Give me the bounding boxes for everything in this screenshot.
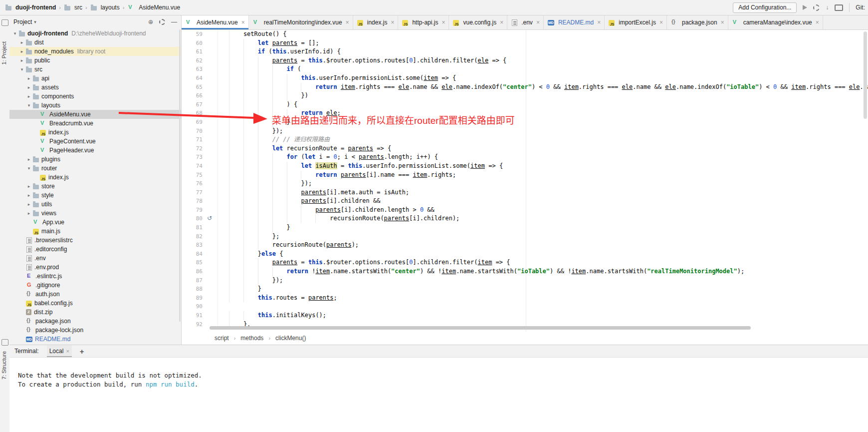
tree-item-env-prod[interactable]: .env.prod <box>9 263 181 272</box>
project-tool-icon[interactable] <box>1 19 8 26</box>
tree-item-src[interactable]: ▾src <box>9 65 181 74</box>
line-number[interactable]: 77 <box>182 188 206 197</box>
tab-importexcel-js[interactable]: importExcel.js× <box>605 15 667 29</box>
breadcrumb-item-script[interactable]: script <box>215 335 229 342</box>
line-number[interactable]: 74 <box>182 162 206 171</box>
chevron-down-icon[interactable]: ▾ <box>25 103 32 108</box>
line-number[interactable]: 66 <box>182 91 206 100</box>
chevron-right-icon[interactable]: ▸ <box>25 211 32 216</box>
line-number[interactable]: 88 <box>182 285 206 294</box>
tree-item-babel-config-js[interactable]: babel.config.js <box>9 299 181 308</box>
tab-vue-config-js[interactable]: vue.config.js× <box>449 15 507 29</box>
tree-item-router[interactable]: ▾router <box>9 164 181 173</box>
line-number[interactable]: 84 <box>182 250 206 259</box>
tree-item-dist-zip[interactable]: dist.zip <box>9 308 181 317</box>
breadcrumb-item-layouts[interactable]: layouts <box>90 4 120 11</box>
line-number[interactable]: 72 <box>182 144 206 153</box>
line-number[interactable]: 65 <box>182 83 206 92</box>
code-area[interactable]: 59setRoute() {60let parents = [];61if (t… <box>182 30 868 332</box>
line-number[interactable]: 81 <box>182 223 206 232</box>
tree-item-index-js[interactable]: index.js <box>9 173 181 182</box>
chevron-right-icon[interactable]: ▸ <box>18 58 25 63</box>
tree-item-components[interactable]: ▸components <box>9 92 181 101</box>
tab-env[interactable]: .env× <box>507 15 544 29</box>
line-number[interactable]: 62 <box>182 56 206 65</box>
tree-item-dist[interactable]: ▸dist <box>9 38 181 47</box>
tree-item-utils[interactable]: ▸utils <box>9 200 181 209</box>
update-project-icon[interactable]: ↓ <box>826 4 829 11</box>
line-number[interactable]: 67 <box>182 100 206 109</box>
line-number[interactable]: 80 <box>182 214 206 223</box>
close-icon[interactable]: × <box>659 20 663 25</box>
tree-item-views[interactable]: ▸views <box>9 209 181 218</box>
line-number[interactable]: 76 <box>182 179 206 188</box>
line-number[interactable]: 87 <box>182 276 206 285</box>
add-configuration-button[interactable]: Add Configuration... <box>733 2 797 13</box>
tree-item-package-lock-json[interactable]: package-lock.json <box>9 326 181 335</box>
tab-package-json[interactable]: package.json× <box>667 15 728 29</box>
line-number[interactable]: 92 <box>182 320 206 329</box>
close-icon[interactable]: × <box>500 20 503 25</box>
line-number[interactable]: 82 <box>182 232 206 241</box>
chevron-down-icon[interactable]: ▾ <box>25 166 32 171</box>
tree-item-eslintrc-js[interactable]: .eslintrc.js <box>9 272 181 281</box>
line-number[interactable]: 61 <box>182 47 206 56</box>
tree-item-api[interactable]: ▸api <box>9 74 181 83</box>
close-icon[interactable]: × <box>721 20 724 25</box>
vertical-scrollbar[interactable] <box>864 31 867 119</box>
tree-item-gitignore[interactable]: .gitignore <box>9 281 181 290</box>
tree-item-editorconfig[interactable]: .editorconfig <box>9 245 181 254</box>
tree-item-app-vue[interactable]: App.vue <box>9 218 181 227</box>
line-number[interactable]: 78 <box>182 197 206 206</box>
tree-item-asidemenu-vue[interactable]: AsideMenu.vue <box>9 110 181 119</box>
tab-cameramanage-index-vue[interactable]: cameraManage\index.vue× <box>728 15 823 29</box>
chevron-down-icon[interactable]: ▾ <box>11 31 18 36</box>
line-number[interactable]: 91 <box>182 311 206 320</box>
chevron-right-icon[interactable]: ▸ <box>25 193 32 198</box>
tree-item-plugins[interactable]: ▸plugins <box>9 155 181 164</box>
tree-item-browserslistrc[interactable]: .browserslistrc <box>9 236 181 245</box>
tool-button-structure[interactable]: 7: Structure <box>1 351 7 380</box>
chevron-down-icon[interactable]: ▾ <box>18 67 25 72</box>
breadcrumb-item-clickmenu[interactable]: clickMenu() <box>275 335 306 342</box>
tree-item-main-js[interactable]: main.js <box>9 227 181 236</box>
close-icon[interactable]: × <box>346 20 349 25</box>
line-number[interactable]: 89 <box>182 294 206 303</box>
tree-item-style[interactable]: ▸style <box>9 191 181 200</box>
line-number[interactable]: 63 <box>182 65 206 74</box>
tree-item-pageheader-vue[interactable]: PageHeader.vue <box>9 146 181 155</box>
chevron-right-icon[interactable]: ▸ <box>25 85 32 90</box>
tool-button-project[interactable]: 1: Project <box>1 41 7 64</box>
line-number[interactable]: 85 <box>182 258 206 267</box>
close-icon[interactable]: × <box>241 20 245 25</box>
line-number[interactable]: 64 <box>182 74 206 83</box>
close-icon[interactable]: × <box>816 20 819 25</box>
tree-item-breadcrumb-vue[interactable]: Breadcrumb.vue <box>9 119 181 128</box>
line-number[interactable]: 71 <box>182 135 206 144</box>
line-number[interactable]: 83 <box>182 241 206 250</box>
terminal-tab-local[interactable]: Local× <box>47 345 72 357</box>
chevron-right-icon[interactable]: ▸ <box>18 49 25 54</box>
recursive-call-icon[interactable]: ↺ <box>207 214 212 223</box>
project-view-selector[interactable]: Project ▾ <box>13 18 36 25</box>
tab-asidemenu-vue[interactable]: AsideMenu.vue× <box>182 15 249 29</box>
tree-item-layouts[interactable]: ▾layouts <box>9 101 181 110</box>
line-number[interactable]: 69 <box>182 118 206 127</box>
line-number[interactable]: 90 <box>182 302 206 311</box>
tree-item-auth-json[interactable]: auth.json <box>9 290 181 299</box>
tab-index-js[interactable]: index.js× <box>353 15 399 29</box>
tab-readme-md[interactable]: README.md× <box>544 15 605 29</box>
locate-icon[interactable]: ⊕ <box>148 18 153 25</box>
line-number[interactable]: 73 <box>182 153 206 162</box>
breadcrumb-item-methods[interactable]: methods <box>240 335 263 342</box>
horizontal-scrollbar[interactable] <box>210 326 751 330</box>
tree-item-duoji-frontend[interactable]: ▾duoji-frontendD:\zheheWeb\duoji-fronten… <box>9 29 181 38</box>
line-number[interactable]: 59 <box>182 30 206 39</box>
line-number[interactable]: 60 <box>182 39 206 48</box>
tree-item-index-js[interactable]: index.js <box>9 128 181 137</box>
settings-icon[interactable] <box>813 4 820 11</box>
run-icon[interactable] <box>803 5 807 10</box>
line-number[interactable]: 86 <box>182 267 206 276</box>
close-icon[interactable]: × <box>66 348 69 354</box>
chevron-right-icon[interactable]: ▸ <box>25 157 32 162</box>
